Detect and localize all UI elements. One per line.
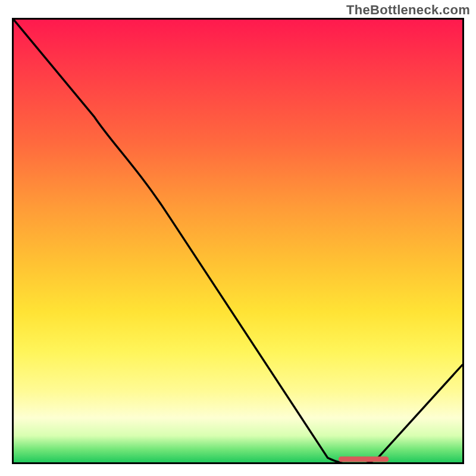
curve-path — [14, 20, 462, 462]
chart-stage: TheBottleneck.com — [0, 0, 476, 476]
bottleneck-curve — [14, 20, 462, 462]
watermark-text: TheBottleneck.com — [346, 2, 470, 18]
plot-frame — [12, 18, 464, 464]
